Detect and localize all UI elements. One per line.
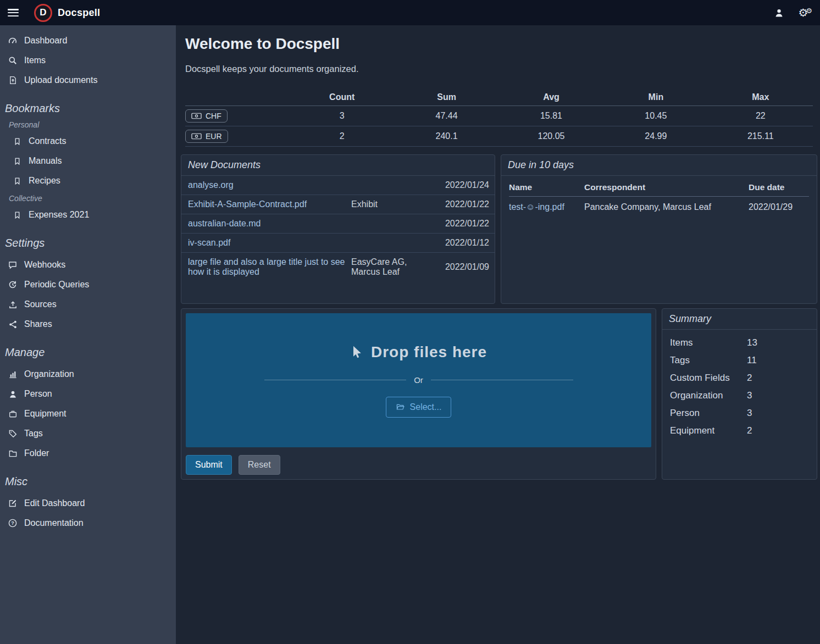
currency-badge: CHF: [185, 109, 228, 123]
sidebar-item-documentation[interactable]: ? Documentation: [0, 513, 176, 533]
stats-header-cell: Max: [708, 92, 813, 102]
sidebar-item-sources[interactable]: Sources: [0, 295, 176, 314]
document-date: 2022/01/22: [437, 199, 489, 209]
file-dropzone[interactable]: Drop files here Or Select...: [186, 313, 651, 447]
summary-row: Equipment 2: [670, 422, 809, 440]
stats-header-cell: Count: [290, 92, 394, 102]
panel-title: New Documents: [181, 155, 495, 176]
summary-row: Person 3: [670, 404, 809, 422]
question-circle-icon: ?: [8, 519, 18, 528]
briefcase-icon: [8, 410, 18, 418]
sidebar-item-edit-dashboard[interactable]: Edit Dashboard: [0, 493, 176, 513]
sidebar-item-person[interactable]: Person: [0, 384, 176, 404]
summary-value: 3: [747, 408, 809, 419]
summary-value: 2: [747, 425, 809, 436]
currency-label: EUR: [206, 132, 222, 141]
bookmark-icon: [12, 137, 22, 146]
document-link[interactable]: large file and also a large title just t…: [188, 257, 348, 277]
summary-panel: Summary Items 13 Tags 11 Custom Fields 2: [662, 308, 817, 480]
sidebar-item-webhooks[interactable]: Webhooks: [0, 255, 176, 275]
search-icon: [8, 56, 18, 65]
cogs-icon[interactable]: ⚙⚙: [798, 7, 812, 18]
document-link[interactable]: analyse.org: [188, 180, 348, 190]
sidebar-item-periodic-queries[interactable]: Periodic Queries: [0, 275, 176, 295]
due-table-header: Name Correspondent Due date: [509, 178, 809, 197]
new-documents-panel: New Documents analyse.org 2022/01/24 Exh…: [181, 154, 495, 304]
select-files-button[interactable]: Select...: [386, 397, 452, 418]
stats-cell: 3: [290, 111, 394, 121]
dropzone-label: Drop files here: [350, 343, 487, 361]
main-content: Welcome to Docspell Docspell keeps your …: [176, 25, 820, 644]
stats-cell: 240.1: [394, 131, 498, 141]
tags-icon: [8, 430, 18, 438]
summary-label: Custom Fields: [670, 373, 747, 384]
sidebar-item-organization[interactable]: Organization: [0, 364, 176, 384]
sidebar: Dashboard Items Upload documents Bookmar…: [0, 25, 176, 644]
page-title: Welcome to Docspell: [185, 35, 817, 53]
sidebar-item-shares[interactable]: Shares: [0, 314, 176, 334]
money-bill-icon: [191, 113, 202, 119]
sidebar-section-misc: Misc: [0, 475, 176, 488]
document-correspondent: Exhibit: [351, 199, 434, 209]
sidebar-item-expenses-2021[interactable]: Expenses 2021: [0, 205, 176, 225]
summary-label: Items: [670, 337, 747, 348]
currency-stats-table: Count Sum Avg Min Max CHF 3 47.44 15.: [185, 88, 813, 147]
sidebar-item-label: Expenses 2021: [29, 210, 89, 220]
document-row: Exhibit-A-Sample-Contract.pdf Exhibit 20…: [181, 195, 495, 214]
sidebar-item-label: Periodic Queries: [24, 280, 89, 290]
sidebar-item-dashboard[interactable]: Dashboard: [0, 31, 176, 51]
document-date: 2022/01/09: [437, 262, 489, 272]
user-icon: [8, 390, 18, 398]
sidebar-item-items[interactable]: Items: [0, 51, 176, 70]
history-icon: [8, 280, 18, 289]
sidebar-item-recipes[interactable]: Recipes: [0, 171, 176, 191]
bookmark-icon: [12, 211, 22, 219]
sidebar-item-folder[interactable]: Folder: [0, 443, 176, 463]
user-icon[interactable]: [774, 8, 784, 18]
stats-row: EUR 2 240.1 120.05 24.99 215.11: [185, 126, 813, 147]
money-bill-icon: [191, 133, 202, 140]
reset-button[interactable]: Reset: [239, 455, 280, 475]
sidebar-item-label: Edit Dashboard: [24, 498, 85, 508]
sidebar-item-manuals[interactable]: Manuals: [0, 151, 176, 171]
due-col-correspondent: Correspondent: [584, 182, 749, 192]
drop-files-text: Drop files here: [371, 343, 487, 361]
edit-icon: [8, 499, 18, 508]
document-link[interactable]: test-☺-ing.pdf: [509, 202, 584, 212]
mouse-pointer-icon: [350, 345, 363, 359]
summary-row: Items 13: [670, 334, 809, 352]
document-date: 2022/01/12: [437, 238, 489, 248]
folder-icon: [8, 449, 18, 458]
or-divider: Or: [264, 375, 573, 385]
sidebar-item-label: Items: [24, 55, 46, 65]
sidebar-item-label: Recipes: [29, 176, 60, 186]
due-col-name: Name: [509, 182, 584, 192]
stats-header-cell: Min: [603, 92, 708, 102]
document-link[interactable]: australian-date.md: [188, 219, 348, 229]
document-link[interactable]: Exhibit-A-Sample-Contract.pdf: [188, 199, 348, 209]
document-date: 2022/01/22: [437, 219, 489, 229]
stats-cell: 120.05: [499, 131, 603, 141]
sidebar-item-contracts[interactable]: Contracts: [0, 131, 176, 151]
submit-button[interactable]: Submit: [186, 455, 232, 475]
document-link[interactable]: iv-scan.pdf: [188, 238, 348, 248]
currency-label: CHF: [206, 112, 221, 120]
menu-icon[interactable]: [8, 9, 19, 16]
docspell-logo: D: [34, 4, 52, 22]
sidebar-item-label: Documentation: [24, 518, 84, 528]
sidebar-section-settings: Settings: [0, 237, 176, 249]
stats-header-row: Count Sum Avg Min Max: [185, 88, 813, 106]
sidebar-item-tags[interactable]: Tags: [0, 424, 176, 443]
due-table: Name Correspondent Due date test-☺-ing.p…: [501, 176, 817, 220]
sidebar-item-label: Contracts: [29, 136, 66, 146]
document-correspondent: EasyCare AG, Marcus Leaf: [351, 257, 434, 277]
currency-badge: EUR: [185, 130, 228, 143]
stats-cell: 47.44: [394, 111, 498, 121]
document-row: australian-date.md 2022/01/22: [181, 214, 495, 233]
sidebar-item-upload-documents[interactable]: Upload documents: [0, 70, 176, 90]
tachometer-icon: [8, 36, 18, 45]
file-upload-icon: [8, 76, 18, 85]
page-subtitle: Docspell keeps your documents organized.: [185, 64, 817, 74]
sidebar-item-equipment[interactable]: Equipment: [0, 404, 176, 424]
summary-value: 3: [747, 390, 809, 401]
